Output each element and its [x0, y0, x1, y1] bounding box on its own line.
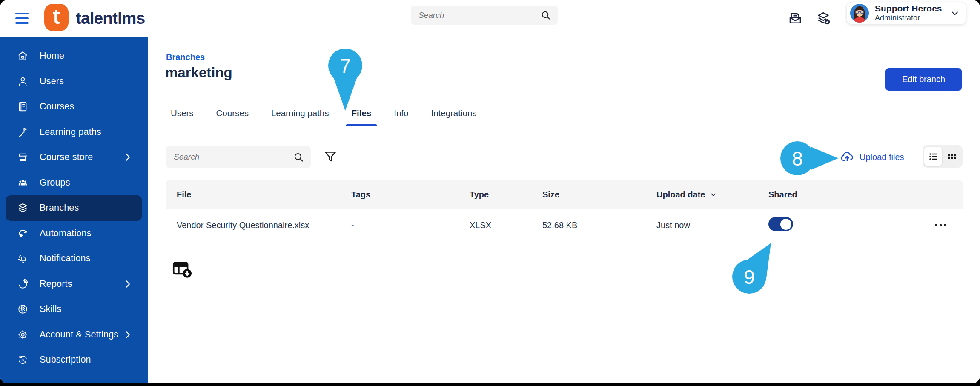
files-table-header: File Tags Type Size Upload date Shared [166, 180, 963, 209]
chevron-right-icon [122, 329, 133, 340]
sidebar-item-users[interactable]: Users [6, 69, 142, 94]
upload-files-button[interactable]: Upload files [840, 148, 904, 166]
callout-step-8: 8 [779, 140, 839, 176]
file-name-cell[interactable]: Vendor Security Questionnaire.xlsx [177, 220, 351, 230]
notifications-icon [17, 253, 29, 264]
sidebar-item-branches[interactable]: Branches [6, 195, 142, 221]
callout-step-9: 9 [730, 241, 772, 295]
page-title: marketing [165, 65, 232, 81]
layers-check-icon [816, 11, 831, 26]
subscription-icon: $ [17, 354, 29, 366]
upload-date-cell: Just now [656, 220, 768, 230]
ellipsis-icon [935, 224, 937, 226]
brand-letter: t [53, 6, 60, 27]
breadcrumb[interactable]: Branches [166, 52, 205, 62]
column-header-file[interactable]: File [177, 190, 351, 200]
global-search [411, 6, 558, 25]
search-icon [540, 10, 551, 21]
column-header-type[interactable]: Type [470, 190, 542, 200]
tab-users[interactable]: Users [165, 108, 199, 126]
type-cell: XLSX [470, 220, 542, 230]
reports-icon [17, 278, 29, 290]
tags-cell: - [351, 220, 470, 230]
export-table-icon [171, 258, 194, 281]
inbox-button[interactable] [788, 11, 803, 26]
automations-icon [17, 228, 29, 239]
files-table: File Tags Type Size Upload date Shared V… [166, 180, 963, 241]
sidebar-item-skills[interactable]: Skills [6, 297, 142, 322]
sidebar-item-home[interactable]: Home [6, 43, 142, 69]
tab-integrations[interactable]: Integrations [425, 108, 482, 126]
sort-descending-icon [709, 191, 717, 199]
branches-icon [17, 202, 29, 214]
chevron-right-icon [122, 152, 133, 163]
filter-icon [322, 149, 338, 165]
shared-toggle[interactable] [768, 217, 793, 231]
sidebar-item-groups[interactable]: Groups [6, 170, 142, 196]
upload-files-label: Upload files [860, 152, 904, 162]
profile-menu[interactable]: Support Heroes Administrator [846, 2, 966, 25]
cloud-upload-icon [840, 149, 855, 165]
avatar [850, 3, 869, 23]
sidebar: Home Users Courses Learning paths Course… [0, 37, 148, 383]
column-header-tags[interactable]: Tags [351, 190, 470, 200]
course-store-icon [17, 152, 29, 163]
callout-step-9-number: 9 [744, 266, 755, 288]
search-icon [293, 152, 304, 163]
sidebar-item-notifications[interactable]: Notifications [6, 246, 142, 272]
svg-text:$: $ [22, 357, 24, 362]
learning-paths-icon [17, 126, 29, 138]
view-toggle [923, 145, 963, 168]
skills-icon [17, 303, 29, 315]
users-icon [17, 76, 29, 87]
courses-icon [17, 101, 29, 112]
column-header-shared[interactable]: Shared [768, 190, 932, 200]
column-header-upload-date[interactable]: Upload date [656, 190, 768, 200]
list-view-button[interactable] [924, 147, 942, 166]
list-view-icon [928, 151, 939, 162]
app-window: t talentlms [0, 0, 980, 383]
profile-name: Support Heroes [875, 3, 942, 14]
callout-step-8-number: 8 [792, 147, 803, 170]
sidebar-item-courses[interactable]: Courses [6, 94, 142, 120]
profile-role: Administrator [875, 14, 942, 23]
sidebar-item-subscription[interactable]: $ Subscription [6, 347, 142, 373]
inbox-icon [788, 11, 803, 26]
chevron-right-icon [122, 278, 133, 290]
tab-info[interactable]: Info [388, 108, 414, 126]
table-row: Vendor Security Questionnaire.xlsx - XLS… [166, 209, 963, 241]
sidebar-item-account-settings[interactable]: Account & Settings [6, 322, 142, 348]
grid-view-icon [946, 151, 957, 162]
callout-step-7-number: 7 [340, 54, 351, 77]
tab-files[interactable]: Files [346, 108, 377, 126]
brand-name: talentlms [76, 9, 145, 28]
groups-icon [17, 177, 29, 189]
edit-branch-button[interactable]: Edit branch [885, 68, 962, 91]
tasks-button[interactable] [816, 11, 831, 26]
sidebar-item-course-store[interactable]: Course store [6, 145, 142, 170]
home-icon [17, 50, 29, 62]
sidebar-item-learning-paths[interactable]: Learning paths [6, 120, 142, 145]
brand-mark[interactable]: t [44, 4, 69, 31]
grid-view-button[interactable] [943, 147, 961, 166]
tab-learning-paths[interactable]: Learning paths [266, 108, 335, 126]
tab-bar: Users Courses Learning paths Files Info … [165, 102, 963, 126]
files-search-input[interactable] [166, 152, 293, 162]
sidebar-item-reports[interactable]: Reports [6, 272, 142, 297]
chevron-down-icon [950, 8, 960, 18]
filter-button[interactable] [322, 149, 338, 165]
settings-icon [17, 329, 29, 340]
files-search [166, 146, 311, 168]
menu-icon[interactable] [15, 13, 29, 24]
sidebar-item-automations[interactable]: Automations [6, 221, 142, 246]
row-menu-button[interactable] [932, 221, 949, 229]
size-cell: 52.68 KB [542, 220, 656, 230]
tab-courses[interactable]: Courses [211, 108, 254, 126]
export-table-button[interactable] [171, 258, 194, 281]
global-search-input[interactable] [411, 11, 540, 20]
column-header-size[interactable]: Size [542, 190, 656, 200]
